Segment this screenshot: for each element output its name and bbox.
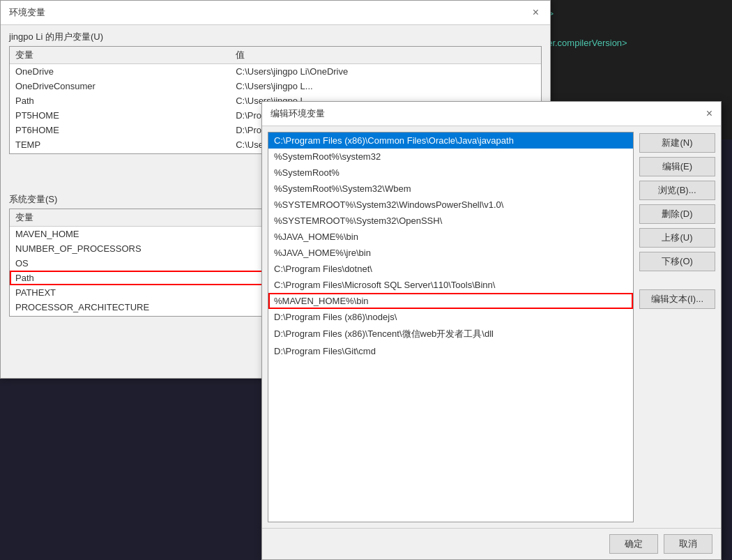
user-section-label: jingpo Li 的用户变量(U) — [1, 25, 550, 46]
env-dialog-close-btn[interactable]: × — [530, 6, 542, 19]
env-dialog-title: 环境变量 — [9, 6, 45, 19]
path-list-item[interactable]: C:\Program Files (x86)\Common Files\Orac… — [268, 133, 633, 149]
edit-browse-btn[interactable]: 浏览(B)... — [639, 181, 715, 200]
path-list-item[interactable]: D:\Program Files (x86)\Tencent\微信web开发者工… — [268, 325, 633, 343]
path-list-item[interactable]: C:\Program Files\Microsoft SQL Server\11… — [268, 277, 633, 293]
path-list-item[interactable]: %SYSTEMROOT%\System32\WindowsPowerShell\… — [268, 197, 633, 213]
path-list-item[interactable]: %SystemRoot% — [268, 165, 633, 181]
path-list: C:\Program Files (x86)\Common Files\Orac… — [268, 133, 633, 359]
edit-btn-col: 新建(N) 编辑(E) 浏览(B)... 删除(D) 上移(U) 下移(O) 编… — [639, 132, 715, 522]
path-list-item[interactable]: %JAVA_HOME%\jre\bin — [268, 245, 633, 261]
edit-dialog-close-btn[interactable]: × — [706, 107, 712, 120]
path-list-item[interactable]: %SYSTEMROOT%\System32\OpenSSH\ — [268, 213, 633, 229]
edit-dialog-title: 编辑环境变量 — [270, 107, 325, 120]
edit-delete-btn[interactable]: 删除(D) — [639, 204, 715, 224]
user-col-var: 变量 — [10, 47, 230, 64]
edit-dialog-bottom: 确定 取消 — [262, 528, 721, 559]
path-list-item[interactable]: D:\Program Files\Git\cmd — [268, 343, 633, 359]
edit-dialog-titlebar: 编辑环境变量 × — [262, 102, 721, 126]
user-table-row[interactable]: OneDriveC:\Users\jingpo Li\OneDrive — [10, 64, 541, 80]
user-col-scroll — [528, 47, 541, 64]
path-list-item[interactable]: C:\Program Files\dotnet\ — [268, 261, 633, 277]
edit-up-btn[interactable]: 上移(U) — [639, 228, 715, 248]
edit-new-btn[interactable]: 新建(N) — [639, 133, 715, 153]
path-list-item[interactable]: %MAVEN_HOME%\bin — [268, 293, 633, 309]
path-list-item[interactable]: %SystemRoot%\system32 — [268, 149, 633, 165]
user-col-val: 值 — [230, 47, 528, 64]
env-dialog-titlebar: 环境变量 × — [1, 1, 550, 25]
edit-down-btn[interactable]: 下移(O) — [639, 252, 715, 271]
path-list-item[interactable]: %SystemRoot%\System32\Wbem — [268, 181, 633, 197]
edit-cancel-btn[interactable]: 取消 — [664, 534, 712, 554]
edit-dialog-content: C:\Program Files (x86)\Common Files\Orac… — [262, 126, 721, 528]
path-list-item[interactable]: %JAVA_HOME%\bin — [268, 229, 633, 245]
edit-env-dialog: 编辑环境变量 × C:\Program Files (x86)\Common F… — [261, 101, 722, 560]
user-table-row[interactable]: OneDriveConsumerC:\Users\jingpo L... — [10, 79, 541, 93]
path-list-container[interactable]: C:\Program Files (x86)\Common Files\Orac… — [268, 132, 634, 522]
edit-text-btn[interactable]: 编辑文本(I)... — [639, 289, 715, 309]
path-list-item[interactable]: D:\Program Files (x86)\nodejs\ — [268, 309, 633, 325]
edit-edit-btn[interactable]: 编辑(E) — [639, 157, 715, 176]
edit-ok-btn[interactable]: 确定 — [609, 534, 658, 554]
